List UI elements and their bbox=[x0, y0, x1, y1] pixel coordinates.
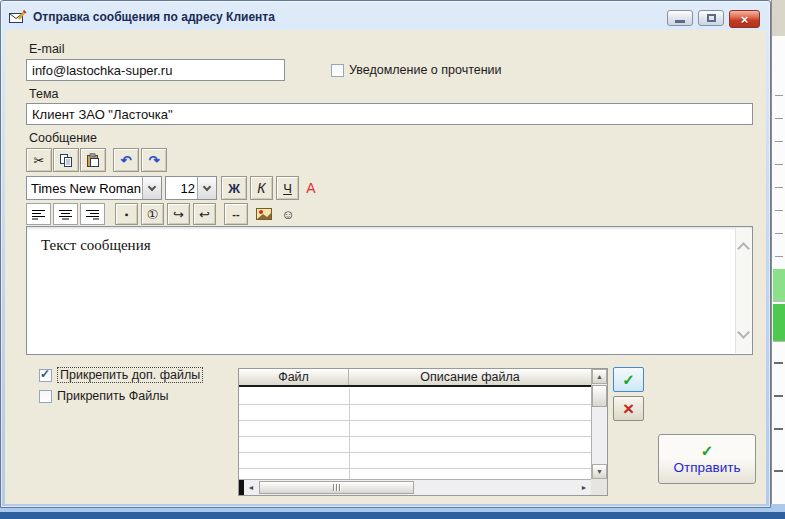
sliver-tick bbox=[775, 233, 783, 234]
message-editor[interactable]: Текст сообщения bbox=[26, 226, 753, 355]
sliver-text-fragment bbox=[774, 470, 783, 472]
copy-icon bbox=[59, 153, 73, 168]
arrow-up-icon: ▲ bbox=[596, 373, 603, 380]
paste-button[interactable] bbox=[80, 148, 106, 172]
scroll-up-icon[interactable] bbox=[737, 242, 750, 255]
cut-button[interactable]: ✂ bbox=[26, 148, 52, 172]
align-right-icon bbox=[86, 209, 99, 220]
table-header-row: Файл Описание файла bbox=[239, 369, 591, 387]
arrow-right-icon: ► bbox=[581, 484, 588, 491]
underline-icon: Ч bbox=[283, 181, 292, 196]
scroll-left-button[interactable]: ◄ bbox=[244, 480, 258, 495]
scroll-up-button[interactable]: ▲ bbox=[592, 369, 607, 384]
confirm-attachment-button[interactable]: ✓ bbox=[613, 367, 644, 392]
minimize-icon bbox=[675, 20, 685, 23]
send-button[interactable]: ✓ Отправить bbox=[658, 434, 756, 484]
check-icon: ✓ bbox=[40, 367, 50, 381]
dialog-body: E-mail ✓ Уведомление о прочтении Тема Со… bbox=[5, 30, 766, 504]
horizontal-rule-button[interactable]: -- bbox=[224, 203, 248, 225]
redo-icon: ↷ bbox=[149, 153, 160, 168]
numbered-list-button[interactable]: ① bbox=[141, 203, 164, 225]
indent-decrease-button[interactable]: ↩ bbox=[193, 203, 216, 225]
table-row[interactable] bbox=[239, 453, 591, 469]
subject-field[interactable] bbox=[26, 103, 753, 125]
align-right-button[interactable] bbox=[80, 203, 105, 225]
scroll-down-icon[interactable] bbox=[737, 326, 750, 339]
table-horizontal-scrollbar[interactable]: ◄ ► bbox=[239, 479, 591, 495]
attach-additional-label: Прикрепить доп. файлы bbox=[57, 367, 203, 383]
thumb-grip bbox=[339, 484, 340, 491]
check-icon: ✓ bbox=[701, 443, 714, 458]
window-title: Отправка сообщения по адресу Клиента bbox=[33, 10, 275, 24]
screen: Отправка сообщения по адресу Клиента × E… bbox=[0, 0, 785, 519]
bold-icon: Ж bbox=[228, 181, 240, 196]
message-scrollbar[interactable] bbox=[735, 228, 751, 353]
check-icon: ✓ bbox=[622, 371, 635, 389]
italic-button[interactable]: К bbox=[250, 176, 273, 200]
font-color-icon: А bbox=[306, 180, 315, 196]
bullet-list-button[interactable]: ▪ bbox=[115, 203, 138, 225]
indent-increase-button[interactable]: ↪ bbox=[167, 203, 190, 225]
insert-image-button[interactable] bbox=[255, 206, 273, 222]
checkbox-box[interactable]: ✓ bbox=[39, 390, 52, 403]
maximize-icon bbox=[707, 14, 716, 22]
attach-files-checkbox[interactable]: ✓ Прикрепить Файлы bbox=[39, 389, 168, 403]
bullet-list-icon: ▪ bbox=[125, 209, 129, 220]
attach-additional-checkbox[interactable]: ✓ Прикрепить доп. файлы bbox=[39, 367, 203, 383]
font-color-button[interactable]: А bbox=[303, 179, 319, 197]
read-receipt-checkbox[interactable]: ✓ Уведомление о прочтении bbox=[331, 63, 502, 77]
minimize-button[interactable] bbox=[667, 10, 693, 26]
arrow-down-icon: ▼ bbox=[596, 468, 603, 475]
scroll-down-button[interactable]: ▼ bbox=[592, 464, 607, 479]
align-center-button[interactable] bbox=[53, 203, 78, 225]
send-button-label: Отправить bbox=[674, 460, 741, 475]
table-vertical-scrollbar[interactable]: ▲ ▼ bbox=[591, 369, 607, 479]
table-row[interactable] bbox=[239, 437, 591, 453]
table-body[interactable] bbox=[239, 389, 591, 479]
horizontal-rule-icon: -- bbox=[232, 208, 239, 220]
attachments-table[interactable]: Файл Описание файла ▲ ▼ bbox=[238, 368, 608, 496]
scrollbar-thumb[interactable] bbox=[259, 481, 414, 494]
scrollbar-thumb[interactable] bbox=[592, 385, 607, 407]
checkbox-box[interactable]: ✓ bbox=[39, 369, 52, 382]
sliver-text-fragment bbox=[774, 395, 783, 397]
indent-increase-icon: ↪ bbox=[173, 207, 184, 222]
sliver-tick bbox=[775, 256, 783, 257]
delete-attachment-button[interactable]: × bbox=[613, 396, 644, 421]
font-family-value: Times New Roman bbox=[27, 181, 142, 196]
email-label: E-mail bbox=[29, 42, 64, 56]
bold-button[interactable]: Ж bbox=[221, 176, 247, 200]
message-text[interactable]: Текст сообщения bbox=[41, 237, 151, 254]
italic-icon: К bbox=[257, 180, 265, 196]
dropdown-arrow[interactable] bbox=[197, 177, 216, 199]
table-row[interactable] bbox=[239, 389, 591, 405]
background-app-sliver bbox=[771, 0, 785, 505]
font-size-value: 12 bbox=[166, 181, 197, 196]
font-family-select[interactable]: Times New Roman bbox=[26, 176, 162, 200]
align-left-button[interactable] bbox=[26, 203, 51, 225]
subject-label: Тема bbox=[29, 87, 58, 101]
align-center-icon bbox=[59, 209, 72, 220]
mail-compose-icon bbox=[9, 10, 27, 24]
redo-button[interactable]: ↷ bbox=[141, 148, 167, 172]
copy-button[interactable] bbox=[53, 148, 79, 172]
dropdown-arrow[interactable] bbox=[142, 177, 161, 199]
maximize-button[interactable] bbox=[698, 10, 724, 26]
scroll-right-button[interactable]: ► bbox=[577, 480, 591, 495]
cross-icon: × bbox=[623, 399, 634, 418]
thumb-grip bbox=[333, 484, 334, 491]
close-button[interactable]: × bbox=[729, 10, 760, 28]
checkbox-box[interactable]: ✓ bbox=[331, 64, 344, 77]
font-size-select[interactable]: 12 bbox=[165, 176, 217, 200]
sliver-tick bbox=[775, 187, 783, 188]
title-bar[interactable]: Отправка сообщения по адресу Клиента × bbox=[3, 3, 768, 30]
sliver-tick bbox=[775, 118, 783, 119]
column-header-description: Описание файла bbox=[349, 369, 591, 385]
underline-button[interactable]: Ч bbox=[276, 176, 299, 200]
insert-smiley-button[interactable]: ☺ bbox=[279, 205, 297, 223]
table-row[interactable] bbox=[239, 421, 591, 437]
table-row[interactable] bbox=[239, 405, 591, 421]
undo-button[interactable]: ↶ bbox=[113, 148, 139, 172]
email-field[interactable] bbox=[26, 59, 285, 81]
table-row[interactable] bbox=[239, 469, 591, 479]
